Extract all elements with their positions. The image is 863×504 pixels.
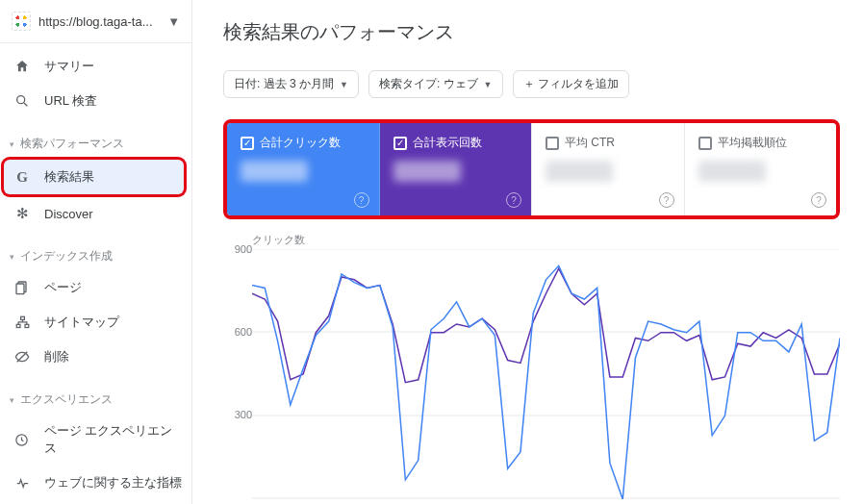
metric-value-blurred — [241, 161, 308, 182]
metric-value-blurred — [546, 161, 613, 182]
svg-rect-4 — [20, 316, 24, 319]
metric-card-clicks[interactable]: ✓ 合計クリック数 ? — [227, 123, 380, 215]
chevron-down-icon: ▼ — [167, 14, 180, 29]
removals-icon — [13, 348, 31, 365]
filter-search-type[interactable]: 検索タイプ: ウェブ ▼ — [368, 70, 503, 98]
metric-value-blurred — [393, 161, 461, 182]
property-selector[interactable]: https://blog.taga-ta... ▼ — [0, 0, 191, 43]
collapse-icon: ▾ — [10, 252, 14, 262]
svg-rect-5 — [16, 324, 20, 327]
page-experience-icon — [13, 431, 31, 448]
nav-https[interactable]: HTTPS — [0, 500, 191, 504]
help-icon[interactable]: ? — [354, 192, 369, 208]
search-icon — [13, 92, 31, 110]
nav-discover-label: Discover — [44, 207, 93, 221]
nav-url-inspect-label: URL 検査 — [44, 92, 97, 110]
nav-search-results[interactable]: G 検索結果 — [4, 160, 184, 194]
nav-summary[interactable]: サマリー — [0, 49, 191, 84]
property-url: https://blog.taga-ta... — [38, 14, 160, 29]
metric-value-blurred — [698, 161, 766, 182]
collapse-icon: ▾ — [10, 395, 14, 405]
metric-card-ctr[interactable]: 平均 CTR ? — [532, 123, 685, 215]
checkbox-unchecked-icon — [546, 137, 559, 150]
svg-line-1 — [24, 103, 27, 106]
checkbox-unchecked-icon — [698, 137, 712, 150]
nav-url-inspect[interactable]: URL 検査 — [0, 84, 191, 118]
chevron-down-icon: ▼ — [340, 80, 348, 89]
pages-icon — [13, 279, 31, 296]
sitemap-icon — [13, 314, 31, 331]
y-axis: 900 600 300 — [229, 249, 252, 499]
svg-point-0 — [17, 96, 25, 104]
vitals-icon — [13, 474, 31, 491]
filter-date[interactable]: 日付: 過去 3 か月間 ▼ — [223, 70, 359, 98]
metric-card-impressions[interactable]: ✓ 合計表示回数 ? — [380, 123, 533, 215]
discover-icon: ✻ — [13, 205, 31, 222]
nav-group-experience[interactable]: ▾ エクスペリエンス — [0, 386, 191, 414]
nav-group-performance[interactable]: ▾ 検索パフォーマンス — [0, 130, 191, 158]
home-icon — [13, 58, 31, 75]
nav-removals[interactable]: 削除 — [0, 340, 191, 374]
collapse-icon: ▾ — [10, 139, 14, 149]
nav-search-results-label: 検索結果 — [44, 168, 94, 186]
filter-add[interactable]: ＋ フィルタを追加 — [513, 70, 629, 98]
property-icon — [12, 12, 31, 31]
checkbox-checked-icon: ✓ — [393, 137, 407, 150]
svg-rect-3 — [16, 284, 24, 294]
help-icon[interactable]: ? — [811, 192, 826, 208]
help-icon[interactable]: ? — [659, 192, 674, 208]
nav-group-indexing[interactable]: ▾ インデックス作成 — [0, 242, 191, 270]
nav-summary-label: サマリー — [44, 58, 94, 75]
checkbox-checked-icon: ✓ — [241, 137, 254, 150]
chevron-down-icon: ▼ — [484, 80, 493, 89]
performance-chart: 900 600 300 — [252, 249, 840, 499]
page-title: 検索結果のパフォーマンス — [223, 19, 840, 45]
chart-title: クリック数 — [252, 233, 840, 247]
nav-core-web-vitals[interactable]: ウェブに関する主な指標 — [0, 466, 191, 500]
metric-cards-highlight: ✓ 合計クリック数 ? ✓ 合計表示回数 ? 平均 CTR ? — [223, 119, 840, 219]
google-icon: G — [13, 168, 31, 186]
nav-discover[interactable]: ✻ Discover — [0, 196, 191, 231]
metric-card-position[interactable]: 平均掲載順位 ? — [685, 123, 837, 215]
nav-pages[interactable]: ページ — [0, 270, 191, 305]
filter-bar: 日付: 過去 3 か月間 ▼ 検索タイプ: ウェブ ▼ ＋ フィルタを追加 — [223, 70, 840, 98]
nav-sitemaps[interactable]: サイトマップ — [0, 305, 191, 340]
svg-rect-6 — [25, 324, 29, 327]
nav-page-experience[interactable]: ページ エクスペリエンス — [0, 414, 191, 466]
help-icon[interactable]: ? — [506, 192, 521, 208]
